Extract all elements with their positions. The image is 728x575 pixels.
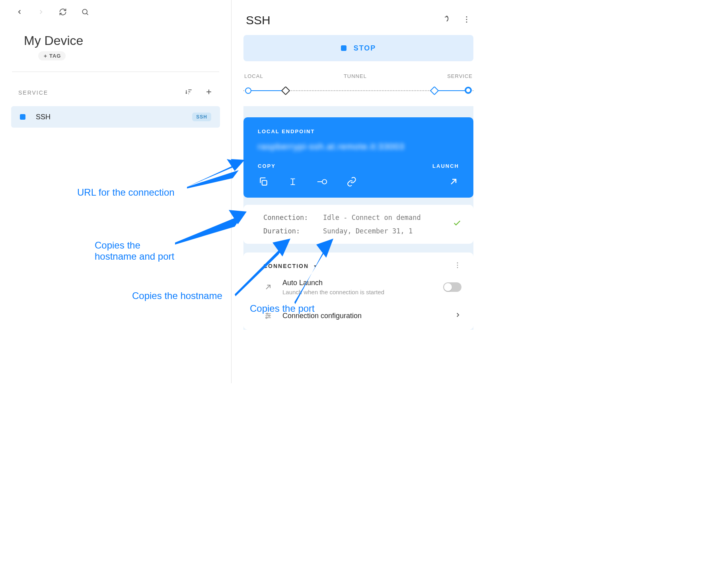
stop-icon bbox=[341, 45, 346, 51]
sort-button[interactable] bbox=[185, 88, 193, 97]
svg-point-9 bbox=[466, 16, 467, 17]
svg-point-10 bbox=[466, 19, 467, 20]
svg-rect-12 bbox=[262, 181, 267, 185]
connection-value: Idle - Connect on demand bbox=[323, 214, 445, 221]
more-menu-button[interactable] bbox=[462, 15, 471, 25]
annotation-host-port: Copies the hostname and port bbox=[95, 240, 174, 262]
copy-host-port-icon[interactable] bbox=[258, 176, 269, 187]
svg-point-17 bbox=[457, 262, 458, 264]
svg-point-14 bbox=[322, 179, 327, 184]
launch-icon[interactable] bbox=[448, 176, 459, 187]
service-section-label: SERVICE bbox=[18, 89, 48, 96]
tag-label: TAG bbox=[49, 53, 61, 59]
device-title: My Device bbox=[24, 33, 207, 48]
duration-label: Duration: bbox=[263, 227, 315, 235]
annotation-url: URL for the connection bbox=[77, 187, 175, 198]
service-row-ssh[interactable]: SSH SSH bbox=[11, 106, 220, 128]
connection-more-icon[interactable] bbox=[454, 261, 461, 271]
auto-launch-toggle[interactable] bbox=[443, 282, 461, 292]
toolbar bbox=[0, 0, 231, 25]
page-title: SSH bbox=[246, 14, 271, 27]
endpoint-url: raspberrypi-ssh.at.remote.it:33003 bbox=[258, 142, 459, 152]
launch-label: LAUNCH bbox=[432, 163, 459, 169]
share-button[interactable] bbox=[442, 15, 450, 25]
search-button[interactable] bbox=[81, 8, 89, 17]
svg-marker-35 bbox=[316, 239, 333, 258]
svg-point-11 bbox=[466, 21, 467, 23]
refresh-button[interactable] bbox=[59, 8, 67, 17]
svg-point-24 bbox=[269, 315, 270, 316]
route-diagram bbox=[243, 85, 473, 97]
arrow-icon bbox=[286, 235, 346, 306]
svg-line-15 bbox=[451, 179, 456, 184]
copy-hostname-icon[interactable] bbox=[287, 176, 298, 187]
chevron-right-icon bbox=[454, 311, 461, 320]
copy-label: COPY bbox=[258, 163, 357, 169]
add-service-button[interactable] bbox=[205, 88, 213, 97]
check-icon bbox=[453, 219, 461, 230]
arrow-icon bbox=[179, 159, 247, 191]
svg-point-0 bbox=[82, 9, 87, 14]
endpoint-label: LOCAL ENDPOINT bbox=[258, 128, 459, 134]
svg-point-19 bbox=[457, 267, 458, 268]
connection-label: Connection: bbox=[263, 214, 315, 221]
service-badge: SSH bbox=[192, 113, 211, 121]
copy-port-icon[interactable] bbox=[317, 176, 328, 187]
forward-button[interactable] bbox=[37, 8, 45, 17]
stop-label: STOP bbox=[354, 44, 376, 52]
svg-line-1 bbox=[87, 14, 88, 15]
status-indicator-icon bbox=[20, 114, 25, 120]
route-service-label: SERVICE bbox=[447, 73, 473, 79]
service-name: SSH bbox=[36, 113, 192, 121]
route-tunnel-label: TUNNEL bbox=[344, 73, 367, 79]
svg-marker-28 bbox=[187, 170, 239, 188]
copy-link-icon[interactable] bbox=[346, 176, 357, 187]
back-button[interactable] bbox=[16, 8, 23, 17]
stop-button[interactable]: STOP bbox=[243, 35, 473, 61]
duration-value: Sunday, December 31, 1 bbox=[323, 227, 445, 235]
add-tag-button[interactable]: TAG bbox=[38, 51, 66, 60]
endpoint-card: LOCAL ENDPOINT raspberrypi-ssh.at.remote… bbox=[243, 117, 473, 198]
svg-point-26 bbox=[266, 317, 267, 318]
route-local-label: LOCAL bbox=[244, 73, 263, 79]
annotation-hostname: Copies the hostname bbox=[132, 290, 222, 301]
svg-point-18 bbox=[457, 265, 458, 266]
